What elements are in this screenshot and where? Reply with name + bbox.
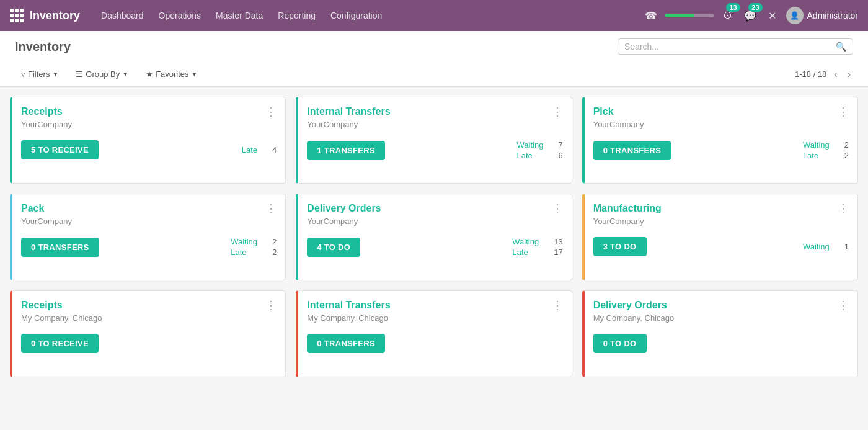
grid-icon xyxy=(10,9,24,22)
app-logo[interactable]: Inventory xyxy=(10,9,80,22)
card-action-button[interactable]: 0 TO DO xyxy=(593,334,647,353)
stat-row: Waiting 2 xyxy=(803,140,849,150)
phone-icon[interactable]: ☎ xyxy=(642,7,660,24)
stat-label[interactable]: Late xyxy=(803,151,818,160)
stat-value: 2 xyxy=(844,140,849,150)
close-icon[interactable]: ✕ xyxy=(764,7,781,24)
groupby-chevron: ▼ xyxy=(122,71,128,78)
pagination-info: 1-18 / 18 xyxy=(795,69,826,79)
main-content: Receipts ⋮ YourCompany 5 TO RECEIVE Late… xyxy=(0,87,868,387)
page-title: Inventory xyxy=(15,40,608,54)
messages-count: 13 xyxy=(726,3,740,12)
card-menu-button[interactable]: ⋮ xyxy=(552,106,563,117)
card-header: Manufacturing ⋮ xyxy=(585,194,857,217)
filters-button[interactable]: ▿ Filters ▼ xyxy=(15,67,64,81)
card-menu-button[interactable]: ⋮ xyxy=(552,203,563,214)
card-title[interactable]: Internal Transfers xyxy=(307,300,390,311)
card-menu-button[interactable]: ⋮ xyxy=(552,300,563,311)
card-company: My Company, Chicago xyxy=(12,313,285,329)
card-header: Pack ⋮ xyxy=(12,194,285,217)
menu-reporting[interactable]: Reporting xyxy=(272,7,322,24)
star-icon: ★ xyxy=(146,69,153,79)
stat-row: Late 2 xyxy=(803,151,849,160)
card-action-button[interactable]: 0 TO RECEIVE xyxy=(21,334,99,353)
messages-badge[interactable]: ⏲ 13 xyxy=(719,7,737,24)
stat-label[interactable]: Late xyxy=(231,248,246,257)
menu-operations[interactable]: Operations xyxy=(153,7,207,24)
favorites-button[interactable]: ★ Favorites ▼ xyxy=(140,67,203,81)
card-menu-button[interactable]: ⋮ xyxy=(838,106,849,117)
card-title[interactable]: Internal Transfers xyxy=(307,106,390,117)
card-title[interactable]: Delivery Orders xyxy=(307,203,381,214)
user-menu[interactable]: 👤 Administrator xyxy=(786,7,858,24)
card-menu-button[interactable]: ⋮ xyxy=(265,300,277,311)
filter-icon: ▿ xyxy=(21,69,25,79)
card-internal-transfers-chicago: Internal Transfers ⋮ My Company, Chicago… xyxy=(296,290,572,377)
stat-value: 4 xyxy=(272,145,277,155)
card-action-button[interactable]: 4 TO DO xyxy=(307,238,360,257)
menu-configuration[interactable]: Configuration xyxy=(324,7,388,24)
card-menu-button[interactable]: ⋮ xyxy=(838,203,849,214)
card-receipts-chicago: Receipts ⋮ My Company, Chicago 0 TO RECE… xyxy=(10,290,286,377)
card-stats: Waiting 2 Late 2 xyxy=(803,140,849,160)
stat-row: Waiting 2 xyxy=(231,237,277,246)
card-body: 0 TRANSFERS Waiting 2 Late 2 xyxy=(12,232,285,267)
card-action-button[interactable]: 3 TO DO xyxy=(593,237,647,256)
card-header: Receipts ⋮ xyxy=(12,291,285,313)
card-stats: Waiting 1 xyxy=(803,242,849,251)
card-menu-button[interactable]: ⋮ xyxy=(838,300,849,311)
pagination-next[interactable]: › xyxy=(845,68,853,81)
card-action-button[interactable]: 1 TRANSFERS xyxy=(307,141,385,160)
card-menu-button[interactable]: ⋮ xyxy=(265,203,277,214)
stat-row: Late 6 xyxy=(517,151,563,160)
card-header: Receipts ⋮ xyxy=(12,97,285,120)
card-stats: Late 4 xyxy=(242,145,277,155)
stat-value: 2 xyxy=(844,151,849,160)
search-input[interactable] xyxy=(624,42,831,52)
stat-row: Waiting 1 xyxy=(803,242,849,251)
card-title[interactable]: Delivery Orders xyxy=(593,300,667,311)
stat-value: 1 xyxy=(844,242,849,251)
card-body: 0 TRANSFERS Waiting 2 Late 2 xyxy=(585,135,857,170)
stat-label[interactable]: Waiting xyxy=(517,140,544,150)
stat-label[interactable]: Waiting xyxy=(231,237,257,246)
stat-label[interactable]: Waiting xyxy=(803,140,830,150)
stat-value: 2 xyxy=(272,248,277,257)
stat-label[interactable]: Late xyxy=(242,145,257,155)
stat-row: Waiting 13 xyxy=(512,237,562,246)
card-title[interactable]: Receipts xyxy=(21,300,63,311)
stat-label[interactable]: Late xyxy=(512,248,528,257)
groupby-label: Group By xyxy=(86,69,120,79)
stat-row: Late 4 xyxy=(242,145,277,155)
card-action-button[interactable]: 0 TRANSFERS xyxy=(21,238,99,257)
pagination: 1-18 / 18 ‹ › xyxy=(795,68,853,81)
stat-value: 13 xyxy=(554,237,562,246)
stat-label[interactable]: Late xyxy=(517,151,533,160)
pagination-prev[interactable]: ‹ xyxy=(831,68,839,81)
user-name: Administrator xyxy=(807,11,858,20)
card-title[interactable]: Receipts xyxy=(21,106,63,117)
card-delivery-orders-chicago: Delivery Orders ⋮ My Company, Chicago 0 … xyxy=(582,290,858,377)
card-stats: Waiting 7 Late 6 xyxy=(517,140,563,160)
subheader-top: Inventory 🔍 xyxy=(15,31,853,62)
groupby-button[interactable]: ☰ Group By ▼ xyxy=(69,67,135,81)
card-pack-yourcompany: Pack ⋮ YourCompany 0 TRANSFERS Waiting 2… xyxy=(10,194,286,280)
menu-master-data[interactable]: Master Data xyxy=(210,7,269,24)
cards-grid: Receipts ⋮ YourCompany 5 TO RECEIVE Late… xyxy=(10,97,858,377)
card-action-button[interactable]: 0 TRANSFERS xyxy=(307,334,385,353)
chat-badge[interactable]: 💬 23 xyxy=(742,7,759,24)
card-title[interactable]: Pick xyxy=(593,106,614,117)
card-company: YourCompany xyxy=(585,120,857,135)
card-title[interactable]: Pack xyxy=(21,203,44,214)
stat-label[interactable]: Waiting xyxy=(803,242,830,251)
menu-dashboard[interactable]: Dashboard xyxy=(95,7,150,24)
card-action-button[interactable]: 0 TRANSFERS xyxy=(593,141,671,160)
stat-label[interactable]: Waiting xyxy=(512,237,539,246)
card-action-button[interactable]: 5 TO RECEIVE xyxy=(21,140,99,159)
card-delivery-orders-yourcompany: Delivery Orders ⋮ YourCompany 4 TO DO Wa… xyxy=(296,194,572,280)
top-right-actions: ☎ ⏲ 13 💬 23 ✕ 👤 Administrator xyxy=(642,7,858,24)
search-bar[interactable]: 🔍 xyxy=(618,38,853,55)
card-title[interactable]: Manufacturing xyxy=(593,203,662,214)
card-company: YourCompany xyxy=(585,217,857,232)
card-menu-button[interactable]: ⋮ xyxy=(265,106,277,117)
